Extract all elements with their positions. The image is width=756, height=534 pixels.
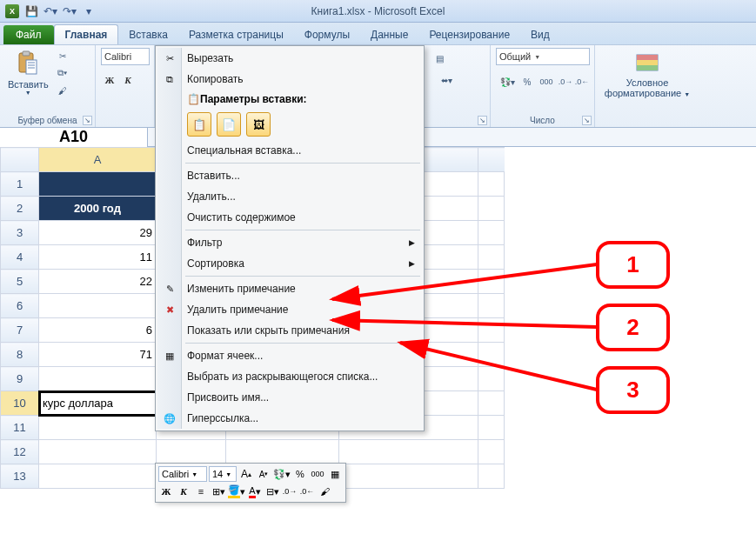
annotation-callout-3: 3 xyxy=(596,366,670,414)
ctx-delete-comment[interactable]: ✖Удалить примечание xyxy=(157,299,422,320)
conditional-formatting-button[interactable]: Условное форматирование ▼ xyxy=(602,48,692,100)
ctx-clear-contents[interactable]: Очистить содержимое xyxy=(157,207,422,228)
tab-insert[interactable]: Вставка xyxy=(118,25,178,44)
mini-format-icon[interactable]: ▦ xyxy=(327,466,343,482)
ctx-show-hide-comments[interactable]: Показать или скрыть примечания xyxy=(157,320,422,341)
mini-grow-font-icon[interactable]: A▴ xyxy=(238,466,254,482)
tab-file[interactable]: Файл xyxy=(3,25,54,44)
col-header-partial[interactable] xyxy=(478,148,505,172)
undo-icon[interactable]: ↶▾ xyxy=(42,3,59,20)
mini-borders-icon[interactable]: ⊞▾ xyxy=(211,484,226,499)
mini-shrink-font-icon[interactable]: A▾ xyxy=(256,466,271,482)
comma-format-icon[interactable]: 000 xyxy=(536,74,557,90)
mini-center-icon[interactable]: ≡ xyxy=(193,484,209,499)
mini-merge-icon[interactable]: ⊟▾ xyxy=(264,484,280,499)
ctx-copy[interactable]: ⧉Копировать xyxy=(157,69,422,90)
format-painter-icon[interactable]: 🖌 xyxy=(55,83,70,98)
save-icon[interactable]: 💾 xyxy=(23,3,40,20)
tab-data[interactable]: Данные xyxy=(360,25,418,44)
cell-A8[interactable]: 71 xyxy=(39,343,157,367)
mini-dec-decimal-icon[interactable]: .0← xyxy=(299,484,315,499)
paste-option-picture[interactable]: 🖼 xyxy=(246,112,271,137)
copy-icon: ⧉ xyxy=(163,72,177,86)
row-header-1[interactable]: 1 xyxy=(1,172,39,197)
mini-percent-icon[interactable]: % xyxy=(292,466,308,482)
row-header-4[interactable]: 4 xyxy=(1,245,39,270)
ctx-cut[interactable]: ✂Вырезать xyxy=(157,48,422,69)
ctx-pick-from-list[interactable]: Выбрать из раскрывающегося списка... xyxy=(157,366,422,387)
ctx-paste-special[interactable]: Специальная вставка... xyxy=(157,140,422,161)
italic-button[interactable]: К xyxy=(119,71,137,89)
accounting-format-icon[interactable]: 💱▾ xyxy=(496,74,518,90)
row-header-11[interactable]: 11 xyxy=(1,416,39,440)
ctx-delete[interactable]: Удалить... xyxy=(157,186,422,207)
cell-A3[interactable]: 29 xyxy=(39,221,157,245)
font-name-combo[interactable]: Calibri xyxy=(101,48,150,65)
tab-home[interactable]: Главная xyxy=(54,24,119,44)
cell-A6[interactable] xyxy=(39,294,157,318)
row-header-8[interactable]: 8 xyxy=(1,343,39,367)
col-header-A[interactable]: A xyxy=(39,148,157,172)
svg-rect-2 xyxy=(26,60,37,74)
row-header-3[interactable]: 3 xyxy=(1,221,39,245)
paste-button[interactable]: Вставить ▼ xyxy=(5,48,51,97)
percent-format-icon[interactable]: % xyxy=(519,74,535,90)
cell-A7[interactable]: 6 xyxy=(39,318,157,343)
tab-review[interactable]: Рецензирование xyxy=(418,25,520,44)
mini-bold-button[interactable]: Ж xyxy=(158,484,174,499)
redo-icon[interactable]: ↷▾ xyxy=(61,3,78,20)
paste-option-all[interactable]: 📋 xyxy=(187,112,211,137)
cell-A10-selected[interactable]: курс доллара xyxy=(39,391,157,416)
qat-customize-icon[interactable]: ▾ xyxy=(80,3,97,20)
decrease-decimal-icon[interactable]: .0← xyxy=(574,74,590,90)
row-header-9[interactable]: 9 xyxy=(1,367,39,391)
mini-font-combo[interactable]: Calibri▼ xyxy=(158,466,207,482)
mini-format-painter-icon[interactable]: 🖌 xyxy=(317,484,332,499)
row-header-6[interactable]: 6 xyxy=(1,294,39,318)
svg-rect-4 xyxy=(637,55,658,60)
tab-view[interactable]: Вид xyxy=(520,25,560,44)
cut-icon[interactable]: ✂ xyxy=(55,48,70,63)
alignment-launcher-icon[interactable]: ↘ xyxy=(478,116,487,125)
mini-inc-decimal-icon[interactable]: .0→ xyxy=(282,484,298,499)
excel-app-icon[interactable]: X xyxy=(3,3,21,20)
mini-italic-button[interactable]: К xyxy=(176,484,191,499)
ctx-edit-comment[interactable]: ✎Изменить примечание xyxy=(157,278,422,299)
name-box[interactable]: A10 xyxy=(0,128,148,147)
mini-toolbar: Calibri▼ 14▼ A▴ A▾ 💱▾ % 000 ▦ Ж К ≡ ⊞▾ 🪣… xyxy=(155,463,346,503)
select-all-corner[interactable] xyxy=(1,148,39,172)
mini-font-color-icon[interactable]: A▾ xyxy=(247,484,263,499)
row-header-12[interactable]: 12 xyxy=(1,440,39,464)
ctx-format-cells[interactable]: ▦Формат ячеек... xyxy=(157,345,422,366)
wrap-text-icon[interactable]: ▤ xyxy=(432,50,447,66)
cell-A4[interactable]: 11 xyxy=(39,245,157,270)
cell-A5[interactable]: 22 xyxy=(39,270,157,294)
row-header-5[interactable]: 5 xyxy=(1,270,39,294)
tab-page-layout[interactable]: Разметка страницы xyxy=(178,25,294,44)
ctx-hyperlink[interactable]: 🌐Гиперссылка... xyxy=(157,408,422,429)
increase-decimal-icon[interactable]: .0→ xyxy=(558,74,573,90)
ctx-filter[interactable]: Фильтр▶ xyxy=(157,232,422,253)
ctx-insert[interactable]: Вставить... xyxy=(157,165,422,186)
copy-icon[interactable]: ⧉▾ xyxy=(55,65,70,81)
ctx-define-name[interactable]: Присвоить имя... xyxy=(157,387,422,408)
bold-button[interactable]: Ж xyxy=(101,71,118,89)
ribbon-tabs: Файл Главная Вставка Разметка страницы Ф… xyxy=(0,23,756,45)
row-header-2[interactable]: 2 xyxy=(1,197,39,221)
row-header-10[interactable]: 10 xyxy=(1,391,39,416)
paste-option-formulas[interactable]: 📄 xyxy=(217,112,241,137)
annotation-callout-2: 2 xyxy=(596,304,670,351)
mini-comma-icon[interactable]: 000 xyxy=(310,466,325,482)
cell-A2[interactable]: 2000 год xyxy=(39,197,157,221)
row-header-13[interactable]: 13 xyxy=(1,464,39,489)
number-launcher-icon[interactable]: ↘ xyxy=(582,116,592,125)
row-header-7[interactable]: 7 xyxy=(1,318,39,343)
mini-size-combo[interactable]: 14▼ xyxy=(209,466,237,482)
clipboard-launcher-icon[interactable]: ↘ xyxy=(83,116,92,125)
tab-formulas[interactable]: Формулы xyxy=(294,25,360,44)
ctx-sort[interactable]: Сортировка▶ xyxy=(157,253,422,274)
number-format-combo[interactable]: Общий▼ xyxy=(496,48,590,65)
mini-accounting-icon[interactable]: 💱▾ xyxy=(273,466,291,482)
merge-center-icon[interactable]: ⬌▾ xyxy=(432,72,461,88)
mini-fill-color-icon[interactable]: 🪣▾ xyxy=(228,484,245,499)
